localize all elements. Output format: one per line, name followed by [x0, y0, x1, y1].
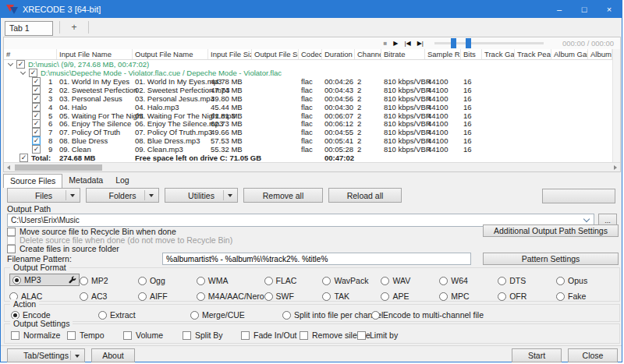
table-row[interactable]: ✓303. Personal Jesus03. Personal Jesus.m… — [4, 94, 612, 103]
row-checkbox[interactable]: ✓ — [32, 77, 41, 86]
row-checkbox[interactable]: ✓ — [20, 154, 28, 162]
add-tab-button[interactable]: + — [66, 21, 82, 34]
vertical-scrollbar[interactable] — [612, 49, 620, 162]
format-option-w64[interactable]: W64 — [439, 275, 498, 286]
expand-icon[interactable] — [8, 61, 13, 66]
radio-icon[interactable] — [264, 292, 273, 301]
radio-icon[interactable] — [11, 311, 20, 320]
player-slider-track[interactable] — [434, 42, 544, 44]
format-option-ac3[interactable]: AC3 — [80, 291, 138, 302]
radio-icon[interactable] — [138, 277, 147, 285]
checkbox-icon[interactable] — [7, 228, 16, 236]
row-checkbox[interactable]: ✓ — [32, 94, 41, 103]
format-option-aiff[interactable]: AIFF — [138, 291, 197, 302]
column-header-track-gain[interactable]: Track Gain — [482, 49, 515, 59]
row-checkbox[interactable]: ✓ — [32, 103, 41, 111]
radio-icon[interactable] — [138, 292, 147, 301]
table-row[interactable]: ✓505. Waiting For The Night05. Waiting F… — [4, 111, 612, 120]
format-option-m4a-aac-nero[interactable]: M4A/AAC/Nero — [197, 291, 264, 302]
table-row[interactable]: ✓202. Sweetest Perfection02. Sweetest Pe… — [4, 86, 612, 94]
checkbox-icon[interactable] — [123, 331, 132, 340]
pattern-settings-button[interactable]: Pattern Settings — [483, 253, 619, 265]
group-row[interactable]: ✓D:\music\ (9/9, 274.68 MB, 00:47:02) — [4, 60, 612, 69]
column-header-duration[interactable]: Duration — [322, 49, 355, 59]
table-row[interactable]: ✓404. Halo04. Halo.mp345.44 MBflac00:04:… — [4, 103, 612, 111]
checkbox-icon[interactable] — [241, 331, 250, 340]
setting-split-by-checkbox[interactable]: Split By — [183, 330, 223, 340]
format-option-wav[interactable]: WAV — [381, 275, 439, 286]
format-option-dts[interactable]: DTS — [498, 275, 556, 286]
action-option-extract[interactable]: Extract — [98, 309, 136, 320]
play-icon[interactable]: ▶ — [393, 40, 398, 48]
format-option-mp3[interactable]: MP3 — [9, 275, 80, 286]
minimize-button[interactable]: – — [547, 1, 572, 18]
radio-icon[interactable] — [197, 277, 205, 285]
column-header-track-peak[interactable]: Track Peak — [515, 49, 551, 59]
action-option-split-into-file-per-channel[interactable]: Split into file per channel — [282, 309, 383, 320]
column-header-output-file-name[interactable]: Output File Name — [133, 49, 208, 59]
previous-track-icon[interactable]: |◀ — [404, 40, 410, 48]
additional-output-path-settings-button[interactable]: Additional Output Path Settings — [483, 224, 619, 237]
horizontal-scrollbar[interactable] — [4, 162, 620, 171]
column-header-channels[interactable]: Channels — [355, 49, 381, 59]
utilities-button[interactable]: Utilities — [165, 188, 238, 203]
radio-icon[interactable] — [80, 292, 88, 301]
column-header-album-gain[interactable]: Album Gain — [551, 49, 588, 59]
start-button[interactable]: Start — [512, 348, 562, 362]
column-header-sample-rate[interactable]: Sample Rate — [425, 49, 461, 59]
radio-icon[interactable] — [197, 292, 205, 301]
column-header-bitrate[interactable]: Bitrate — [381, 49, 425, 59]
action-option-merge-cue[interactable]: Merge/CUE — [190, 309, 245, 320]
radio-icon[interactable] — [498, 277, 506, 285]
format-option-flac[interactable]: FLAC — [264, 275, 323, 286]
radio-icon[interactable] — [556, 292, 565, 301]
radio-icon[interactable] — [264, 277, 273, 285]
setting-fade-in-out-checkbox[interactable]: Fade In/Out — [241, 330, 296, 340]
table-row[interactable]: ✓909. Clean09. Clean.mp355.32 MBflac00:0… — [4, 145, 612, 154]
volume-slider-thumb[interactable] — [466, 38, 471, 48]
setting-volume-checkbox[interactable]: Volume — [123, 330, 163, 340]
filename-pattern-input[interactable] — [162, 253, 471, 265]
tab-settings-button[interactable]: Tab/Settings — [7, 348, 85, 362]
chevron-down-icon[interactable] — [583, 216, 590, 222]
column-header-album-peak[interactable]: Album Peak — [588, 49, 612, 59]
radio-icon[interactable] — [98, 311, 107, 320]
row-checkbox[interactable]: ✓ — [32, 128, 41, 136]
radio-icon[interactable] — [439, 292, 448, 301]
checkbox-icon[interactable] — [67, 331, 76, 340]
remove-all-button[interactable]: Remove all — [243, 188, 323, 203]
format-option-ofr[interactable]: OFR — [498, 291, 556, 302]
radio-icon[interactable] — [381, 277, 389, 285]
checkbox-icon[interactable] — [357, 331, 366, 340]
scroll-right-icon[interactable] — [614, 165, 617, 170]
radio-icon[interactable] — [498, 292, 506, 301]
table-row[interactable]: ✓707. Policy Of Truth07. Policy Of Truth… — [4, 128, 612, 136]
format-option-ogg[interactable]: Ogg — [138, 275, 197, 286]
format-option-opus[interactable]: Opus — [556, 275, 615, 286]
checkbox-icon[interactable] — [11, 331, 20, 340]
format-option-fake[interactable]: Fake — [556, 291, 615, 302]
row-checkbox[interactable]: ✓ — [32, 111, 41, 120]
checkbox-icon[interactable] — [7, 245, 16, 253]
close-button[interactable]: × — [597, 1, 622, 18]
row-checkbox[interactable]: ✓ — [29, 69, 37, 77]
radio-icon[interactable] — [322, 277, 331, 285]
table-row[interactable]: ✓808. Blue Dress08. Blue Dress.mp357.53 … — [4, 136, 612, 145]
scroll-left-icon[interactable] — [7, 165, 10, 170]
format-option-swf[interactable]: SWF — [264, 291, 323, 302]
format-option-ape[interactable]: APE — [381, 291, 439, 302]
action-option-encode-to-multi-channel-file[interactable]: Encode to multi-channel file — [371, 309, 484, 320]
toolbar-overflow-button[interactable] — [542, 189, 615, 203]
tab-log[interactable]: Log — [109, 174, 136, 188]
setting-limit-by-checkbox[interactable]: Limit by — [357, 330, 398, 340]
tab-1[interactable]: Tab 1 — [5, 21, 53, 36]
radio-icon[interactable] — [282, 311, 291, 320]
format-option-tak[interactable]: TAK — [322, 291, 381, 302]
about-button[interactable]: About — [91, 348, 135, 362]
radio-icon[interactable] — [556, 277, 565, 285]
table-row[interactable]: ✓101. World In My Eyes01. World In My Ey… — [4, 77, 612, 86]
column-header-bits[interactable]: Bits — [461, 49, 482, 59]
radio-icon[interactable] — [371, 311, 380, 320]
column-header-input-file-name[interactable]: Input File Name — [57, 49, 133, 59]
column-header-output-file-size[interactable]: Output File Size — [252, 49, 299, 59]
